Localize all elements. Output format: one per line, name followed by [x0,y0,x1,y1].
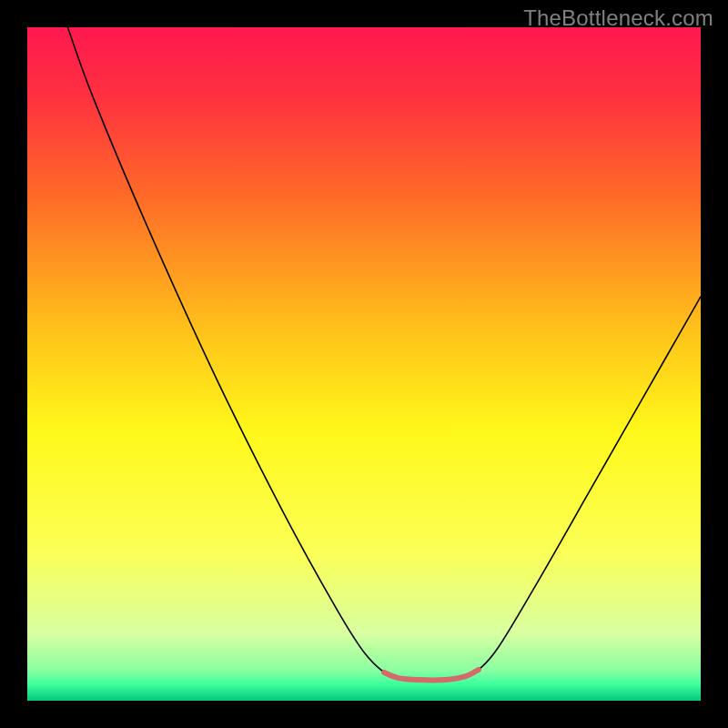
watermark-text: TheBottleneck.com [523,5,713,31]
bottleneck-chart [27,27,701,701]
plot-area [27,27,701,701]
gradient-background [27,27,701,701]
chart-frame: TheBottleneck.com [0,0,728,728]
